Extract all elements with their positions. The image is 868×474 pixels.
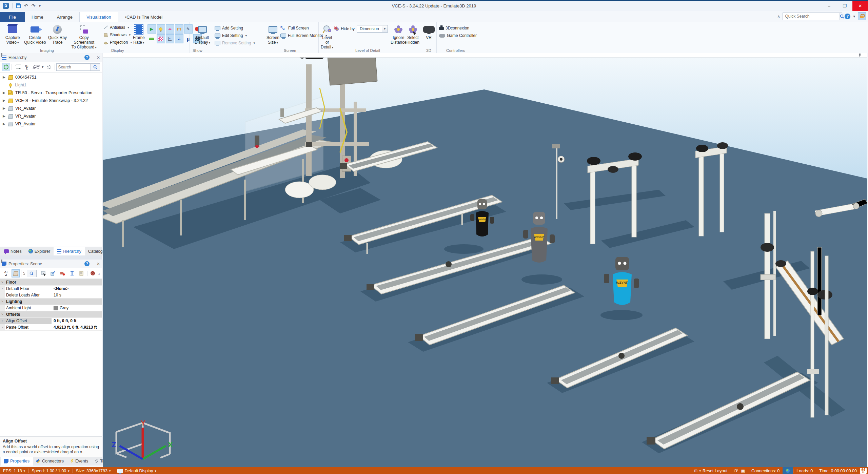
tab-notes[interactable]: Notes — [1, 247, 25, 255]
expand-icon[interactable]: › — [0, 324, 5, 330]
property-row[interactable]: Ambient LightGray — [0, 305, 102, 311]
tree-item[interactable]: ▶VCE-S - Emulate Shrinkwrap - 3.24.22 — [0, 97, 102, 104]
collapse-icon[interactable]: ˅ — [0, 311, 5, 317]
property-row[interactable]: ›Default Floor<None> — [0, 286, 102, 292]
properties-search-input[interactable] — [21, 271, 27, 276]
screen-size-button[interactable]: Screen Size — [267, 23, 279, 45]
tree-item[interactable]: ▶TR-50 - Servo - Transporter Presentatio… — [0, 89, 102, 97]
hierarchy-search-icon[interactable] — [90, 64, 100, 70]
ignore-distance-button[interactable]: Ignore Distance — [391, 23, 407, 45]
tab-home[interactable]: Home — [25, 12, 50, 22]
remove-aspect-button[interactable] — [59, 269, 67, 277]
collapse-ribbon-icon[interactable]: ∧ — [777, 14, 780, 19]
axes-toggle[interactable] — [166, 34, 174, 43]
network-button[interactable] — [783, 467, 793, 474]
report-button[interactable]: 🗇 — [731, 467, 741, 474]
expand-icon[interactable]: ▶ — [3, 122, 6, 126]
vr-button[interactable]: VR — [422, 23, 435, 40]
projection-button[interactable]: Projection — [102, 39, 133, 46]
tab-connectors[interactable]: Connectors — [33, 457, 67, 466]
app-logo-icon[interactable] — [3, 3, 9, 9]
property-group-row[interactable]: ˅Lighting — [0, 298, 102, 305]
color-swatch[interactable] — [54, 306, 58, 310]
sort-button[interactable]: A↓Z — [23, 63, 31, 71]
tab-cad-is-the-model[interactable]: •CAD Is The Model — [118, 12, 170, 22]
edit-setting-button[interactable]: Edit Setting — [214, 32, 256, 39]
property-group-row[interactable]: ˅Floor — [0, 279, 102, 286]
expand-icon[interactable]: ▶ — [3, 106, 6, 110]
speed-indicator[interactable]: Speed: 1.00 / 1.00▾ — [28, 467, 73, 474]
expand-icon[interactable]: ▶ — [3, 75, 6, 79]
panel-close-icon[interactable]: ✕ — [97, 262, 100, 266]
sort-button[interactable]: A↓Z — [2, 269, 10, 277]
panel-pin-icon[interactable] — [92, 262, 95, 266]
expand-icon[interactable]: › — [0, 318, 5, 324]
select-hidden-button[interactable]: Select Hidden — [407, 23, 419, 45]
settings-button[interactable] — [45, 63, 53, 71]
search-icon[interactable] — [840, 13, 844, 20]
hierarchy-search-input[interactable] — [57, 65, 90, 69]
expand-icon[interactable]: › — [0, 286, 5, 292]
frame-rate-button[interactable]: Frame Rate — [133, 23, 145, 45]
overflow-icon[interactable]: ⌟ — [98, 271, 100, 275]
antialias-button[interactable]: Antialias — [102, 24, 133, 31]
save-icon[interactable] — [16, 3, 21, 8]
qr-button[interactable]: ▦ — [741, 467, 748, 474]
show-hidden-button[interactable] — [32, 63, 40, 71]
flatten-view-button[interactable] — [13, 63, 21, 71]
pick-property-button[interactable] — [40, 269, 48, 277]
shadows-button[interactable]: Shadows — [102, 31, 133, 39]
close-button[interactable]: ✕ — [852, 1, 868, 11]
texture-toggle[interactable] — [157, 34, 165, 43]
eye-dropdown-icon[interactable]: ▾ — [42, 65, 44, 69]
collapse-icon[interactable]: ˅ — [0, 279, 5, 285]
grab-toggle[interactable] — [175, 24, 183, 34]
quick-ray-trace-button[interactable]: Quick Ray Trace — [46, 23, 68, 45]
property-row-selected[interactable]: ›Align Offset0 ft, 0 ft, 0 ft — [0, 318, 102, 324]
level-of-detail-button[interactable]: Level of Detail — [320, 23, 334, 50]
tab-properties[interactable]: Properties — [1, 457, 33, 466]
tab-visualization[interactable]: Visualization — [79, 12, 118, 22]
expand-icon[interactable]: ▶ — [3, 91, 6, 95]
time-indicator[interactable]: Time: 0:00:00:00.00 — [816, 467, 860, 474]
game-controller-button[interactable]: Game Controller — [438, 32, 478, 39]
help-dropdown-icon[interactable]: ▾ — [853, 14, 855, 19]
layout-selector[interactable]: ⊞ ▾ Reset Layout — [691, 467, 730, 474]
tab-events[interactable]: Events — [67, 457, 92, 466]
help-icon[interactable]: ? — [845, 14, 850, 19]
quick-search-input[interactable] — [783, 14, 840, 19]
property-group-row[interactable]: ˅Offsets — [0, 311, 102, 318]
properties-search-icon[interactable] — [27, 270, 36, 277]
panel-close-icon[interactable]: ✕ — [97, 55, 100, 60]
expand-icon[interactable]: ▶ — [3, 114, 6, 118]
3dconnexion-button[interactable]: 3Dconnexion — [438, 24, 478, 32]
property-row[interactable]: Delete Loads After10 s — [0, 292, 102, 298]
tab-hierarchy[interactable]: Hierarchy — [54, 247, 85, 255]
lock-icon[interactable] — [858, 12, 866, 20]
size-indicator[interactable]: Size: 3368x1783▾ — [73, 467, 114, 474]
add-setting-button[interactable]: Add Setting — [214, 24, 256, 32]
maximize-button[interactable]: ❐ — [837, 1, 852, 11]
script-button[interactable] — [78, 269, 86, 277]
connections-toggle[interactable]: ∴ — [175, 34, 183, 43]
lights-toggle[interactable] — [157, 24, 165, 34]
create-quick-video-button[interactable]: Create Quick Video — [24, 23, 46, 45]
tab-explorer[interactable]: Explorer — [25, 247, 54, 255]
tree-item[interactable]: ▶VR_Avatar — [0, 120, 102, 128]
redo-icon[interactable]: ↷ — [32, 3, 36, 8]
panel-splitter[interactable] — [0, 255, 102, 260]
qat-customize-dropdown-icon[interactable]: ▾ — [39, 4, 41, 8]
default-display-button[interactable]: Default Display — [191, 23, 214, 45]
panel-help-icon[interactable]: ? — [84, 261, 90, 266]
panel-pin-icon[interactable] — [92, 56, 95, 59]
display-selector[interactable]: Default Display▾ — [114, 467, 160, 474]
fps-indicator[interactable]: FPS: 1.18▾ — [0, 467, 28, 474]
3d-viewport[interactable]: WAYNE WAYNE WAYNE — [103, 58, 867, 467]
physics-button[interactable] — [89, 269, 97, 277]
power-toggle[interactable] — [2, 63, 10, 71]
minimize-button[interactable]: – — [821, 1, 837, 11]
loads-toggle[interactable] — [147, 34, 156, 43]
undo-icon[interactable]: ↶ — [24, 3, 28, 8]
run-toggle[interactable]: ▶ — [147, 24, 156, 34]
tree-item[interactable]: ▶VR_Avatar — [0, 104, 102, 112]
